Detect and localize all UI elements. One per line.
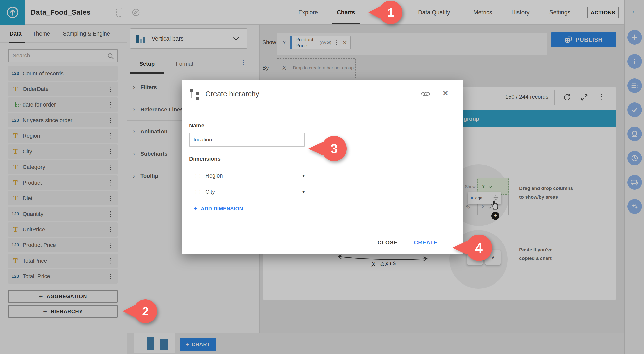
create-button[interactable]: CREATE <box>414 239 438 246</box>
balloon-tip <box>453 241 467 255</box>
dimension-row-region[interactable]: ⋮⋮ Region ▼ <box>189 170 307 181</box>
close-icon[interactable]: × <box>442 87 449 99</box>
balloon-tip <box>368 6 380 18</box>
annotation-step-1: 1 <box>379 1 403 24</box>
dimension-row-city[interactable]: ⋮⋮ City ▼ <box>189 186 307 197</box>
drag-handle-icon[interactable]: ⋮⋮ <box>194 189 200 195</box>
modal-footer: CLOSE CREATE <box>182 231 463 254</box>
caret-down-icon[interactable]: ▼ <box>302 174 305 178</box>
close-button[interactable]: CLOSE <box>377 239 398 246</box>
hierarchy-icon <box>190 88 201 101</box>
balloon-tip <box>123 305 135 317</box>
dimensions-label: Dimensions <box>189 156 221 162</box>
create-hierarchy-modal: Create hierarchy × Name Dimensions ⋮⋮ Re… <box>182 80 463 254</box>
modal-header: Create hierarchy × <box>182 80 463 108</box>
add-dimension-button[interactable]: + ADD DIMENSION <box>194 205 243 213</box>
drag-handle-icon[interactable]: ⋮⋮ <box>194 173 200 179</box>
plus-icon: + <box>194 205 198 213</box>
annotation-step-3: 3 <box>321 136 347 161</box>
caret-down-icon[interactable]: ▼ <box>302 190 305 194</box>
preview-eye-icon[interactable] <box>421 90 431 99</box>
app-root: Data_Food_Sales Explore Charts Data Qual… <box>0 0 644 354</box>
balloon-tip <box>308 142 323 155</box>
modal-title: Create hierarchy <box>205 80 259 108</box>
annotation-step-2: 2 <box>134 299 157 323</box>
hierarchy-name-input[interactable] <box>189 133 305 147</box>
name-label: Name <box>189 122 204 129</box>
annotation-step-4: 4 <box>466 235 492 261</box>
